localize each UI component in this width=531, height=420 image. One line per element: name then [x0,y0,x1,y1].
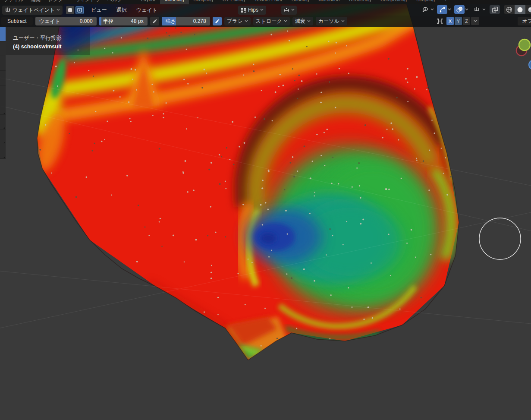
workspace-tab-shading[interactable]: Shading [287,0,314,4]
topbar-menu-2[interactable]: レンダー [44,0,72,4]
workspace-tab-sculpting[interactable]: Sculpting [189,0,218,4]
strength-slider-label: 強さ [166,18,176,25]
toolbar-tool-5[interactable] [0,100,6,115]
shading-solid-button[interactable] [515,5,525,14]
vertex-group-label: Hips [248,7,258,13]
gizmos-toggle[interactable] [437,5,447,14]
vertex-group-dropdown[interactable]: Hips [238,6,266,15]
topbar: ファイル編集レンダーウィンドウヘルプ LayoutModelingSculpti… [0,0,531,4]
pen-pressure-icon [152,19,157,24]
face-select-mask-toggle[interactable] [66,6,74,14]
falloff-icon [283,7,289,13]
chevron-down-icon [341,20,345,22]
vertex-select-mask-toggle[interactable] [75,6,84,14]
radius-slider-value: 48 px [131,18,143,24]
chevron-down-icon [57,9,60,11]
toolbar-tool-4[interactable] [0,85,6,100]
workspace-tab-scripting[interactable]: Scripting [412,0,440,4]
shading-mode-group [504,5,531,14]
material-sphere-icon [528,6,531,13]
workspace-tab-modeling[interactable]: Modeling [160,0,189,4]
tool-dropdown-1[interactable]: ストローク [253,17,290,25]
chevron-down-icon[interactable] [465,8,468,11]
chevron-down-icon [474,20,477,22]
chevron-down-icon[interactable] [482,8,486,11]
workspace-tab-uv-editing[interactable]: UV Editing [218,0,250,4]
chevron-down-icon [307,20,311,22]
weight-overlay-button[interactable] [471,5,482,14]
topbar-menus: ファイル編集レンダーウィンドウヘルプ [0,0,126,4]
viewport-3d[interactable]: ユーザー・平行投影 (4) schoolswimsuit [0,0,531,420]
face-select-mask-icon [68,8,72,13]
weight-paint-icon [5,7,11,13]
workspace-tab-animation[interactable]: Animation [314,0,344,4]
toolbar-tool-6[interactable] [0,115,6,129]
header-menu-0[interactable]: ビュー [88,6,110,15]
workspace-tab-texture-paint[interactable]: Texture Paint [250,0,287,4]
active-object-label: (4) schoolswimsuit [13,42,62,51]
workspace-tab-rendering[interactable]: Rendering [344,0,376,4]
toolbar-tool-1[interactable] [0,41,6,56]
topbar-menu-0[interactable]: ファイル [0,0,27,4]
weight-paint-icon [474,6,480,13]
radius-slider[interactable]: 半径 48 px [99,17,148,25]
tool-dropdown-0[interactable]: ブラシ [224,17,251,25]
gizmo-arrow-icon [439,6,446,13]
tool-settings-bar: Subtract ウェイト 0.000 半径 48 px 強さ 0.278 ブラ… [0,16,531,27]
object-visibility-eye-icon [421,6,428,13]
weight-slider[interactable]: ウェイト 0.000 [35,17,97,25]
brush-dropdowns: ブラシストローク減衰カーソル [224,17,347,25]
weight-paint-canvas [0,0,531,420]
options-button[interactable]: オプ [518,17,531,25]
blend-mode-button[interactable]: Subtract [1,17,33,25]
view-label: ユーザー・平行投影 [13,34,62,42]
overlays-icon [456,6,463,13]
topbar-menu-1[interactable]: 編集 [27,0,44,4]
left-toolbar-strip[interactable] [0,27,6,159]
topbar-menu-3[interactable]: ウィンドウ [72,0,104,4]
symmetry-x-button[interactable]: X [446,17,454,25]
radius-pressure-button[interactable] [150,17,159,25]
vertex-group-icon [241,7,246,13]
header-menus: ビュー選択ウェイト [88,6,160,15]
mode-label: ウェイトペイント [13,6,55,14]
mirror-icon [436,18,444,25]
axis-gizmo-y[interactable] [519,39,530,51]
symmetry-z-button[interactable]: Z [463,17,470,25]
header-menu-1[interactable]: 選択 [113,6,130,15]
symmetry-y-button[interactable]: Y [455,17,462,25]
topbar-menu-4[interactable]: ヘルプ [104,0,126,4]
strength-slider[interactable]: 強さ 0.278 [162,17,210,25]
overlays-toggle[interactable] [454,5,465,14]
chevron-down-icon[interactable] [448,8,451,11]
chevron-down-icon [260,9,264,11]
toolbar-tool-7[interactable] [0,129,6,144]
toolbar-tool-0[interactable] [0,27,6,41]
strength-pressure-button[interactable] [213,17,222,25]
symmetry-controls: XYZ [436,17,479,25]
workspace-tabs: LayoutModelingSculptingUV EditingTexture… [136,0,452,4]
mode-dropdown[interactable]: ウェイトペイント [2,6,63,15]
toolbar-tool-2[interactable] [0,56,6,71]
falloff-dropdown[interactable] [281,6,297,15]
wireframe-sphere-icon [506,6,512,13]
chevron-down-icon[interactable] [430,8,434,11]
show-object-types-button[interactable] [420,5,430,14]
workspace-tab-layout[interactable]: Layout [136,0,160,4]
symmetry-dropdown[interactable] [471,17,479,25]
toolbar-tool-8[interactable] [0,144,6,159]
header-menu-2[interactable]: ウェイト [133,6,160,15]
viewport-header: ウェイトペイント ビュー選択ウェイト Hips [0,4,531,16]
toolbar-tool-3[interactable] [0,71,6,85]
shading-wireframe-button[interactable] [504,5,515,14]
xray-toggle[interactable] [490,5,500,14]
chevron-down-icon [284,20,287,22]
shading-material-button[interactable] [525,5,531,14]
workspace-tab--[interactable]: + [440,0,452,4]
radius-slider-label: 半径 [103,18,113,25]
tool-dropdown-3[interactable]: カーソル [316,17,347,25]
vertex-select-mask-icon [77,8,82,13]
tool-dropdown-2[interactable]: 減衰 [292,17,313,25]
chevron-down-icon [291,9,295,11]
workspace-tab-compositing[interactable]: Compositing [376,0,412,4]
